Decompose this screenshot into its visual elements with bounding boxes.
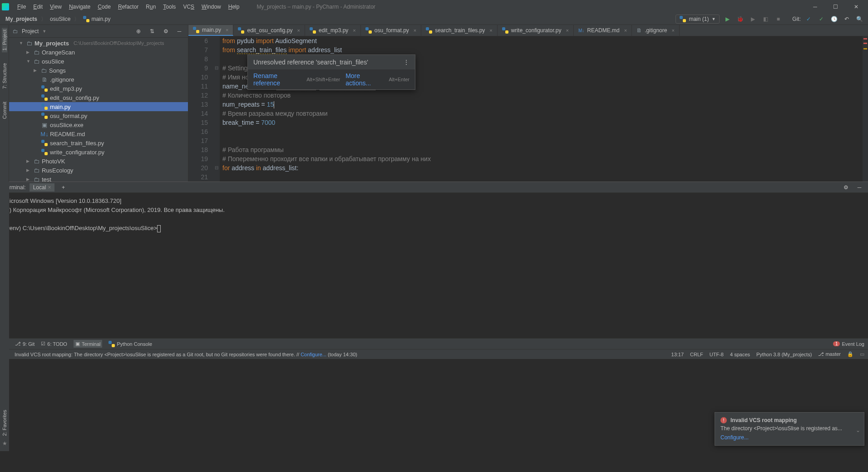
tree-file-main[interactable]: main.py <box>9 102 188 111</box>
vcs-update-button[interactable]: ✓ <box>804 14 814 24</box>
editor-tab[interactable]: M↓README.md× <box>574 25 632 36</box>
more-icon[interactable]: ⋮ <box>403 59 409 66</box>
terminal-output[interactable]: Microsoft Windows [Version 10.0.18363.72… <box>0 193 868 338</box>
stop-button[interactable]: ■ <box>773 14 783 24</box>
fold-gutter[interactable]: ⊟⊟ <box>213 36 220 182</box>
tool-window-terminal[interactable]: ▣Terminal <box>74 340 103 348</box>
tree-file-gitignore[interactable]: 🗎 .gitignore <box>9 75 188 84</box>
vcs-rollback-button[interactable]: ↶ <box>842 14 852 24</box>
new-terminal-button[interactable]: + <box>58 182 68 192</box>
chevron-down-icon[interactable]: ⌄ <box>856 427 860 433</box>
editor-tab[interactable]: search_train_files.py× <box>421 25 498 36</box>
close-icon[interactable]: × <box>489 28 492 33</box>
project-tree[interactable]: ▼ 🗀 My_projects C:\Users\BookinOff\Deskt… <box>9 38 188 182</box>
tool-window-structure[interactable]: 7: Structure <box>2 61 7 91</box>
close-icon[interactable]: × <box>297 28 300 33</box>
close-icon[interactable]: × <box>353 28 355 33</box>
tree-file-edit-osu[interactable]: edit_osu_config.py <box>9 93 188 102</box>
close-icon[interactable]: × <box>414 28 416 33</box>
breadcrumb-folder[interactable]: osuSlice <box>48 15 72 23</box>
notification-configure-link[interactable]: Configure... <box>720 434 858 441</box>
debug-button[interactable]: 🐞 <box>735 14 745 24</box>
profile-button[interactable]: ◧ <box>760 14 770 24</box>
tree-folder-osuslice[interactable]: ▼ 🗀 osuSlice <box>9 57 188 66</box>
tree-root[interactable]: ▼ 🗀 My_projects C:\Users\BookinOff\Deskt… <box>9 39 188 48</box>
tool-window-python-console[interactable]: Python Console <box>108 341 152 347</box>
editor-tab[interactable]: write_configurator.py× <box>498 25 574 36</box>
tree-file-write-conf[interactable]: write_configurator.py <box>9 148 188 157</box>
menu-code[interactable]: Code <box>94 0 114 14</box>
terminal-settings-button[interactable]: ⚙ <box>841 182 851 192</box>
line-separator[interactable]: CRLF <box>690 352 703 357</box>
maximize-button[interactable]: ☐ <box>825 0 846 14</box>
close-icon[interactable]: × <box>48 184 51 191</box>
project-panel-title[interactable]: Project <box>22 28 39 34</box>
editor-body[interactable]: 6789101112131415161718192021 ⊟⊟ from pyd… <box>188 36 868 182</box>
event-log-button[interactable]: 1 Event Log <box>833 341 864 347</box>
memory-indicator[interactable]: ▭ <box>860 351 864 357</box>
chevron-down-icon[interactable]: ▼ <box>42 29 46 34</box>
menu-navigate[interactable]: Navigate <box>65 0 94 14</box>
tool-window-favorites[interactable]: 2: Favorites <box>0 408 9 438</box>
git-branch[interactable]: ⎇ master <box>818 351 841 357</box>
interpreter-info[interactable]: Python 3.8 (My_projects) <box>756 352 812 357</box>
editor-tab[interactable]: osu_format.py× <box>361 25 421 36</box>
run-config-selector[interactable]: main (1) ▼ <box>676 15 720 24</box>
menu-help[interactable]: Help <box>225 0 243 14</box>
tool-window-project[interactable]: 1: Project <box>2 28 7 52</box>
vcs-commit-button[interactable]: ✓ <box>816 14 826 24</box>
close-button[interactable]: ✕ <box>846 0 866 14</box>
menu-refactor[interactable]: Refactor <box>114 0 142 14</box>
tree-file-edit-mp3[interactable]: edit_mp3.py <box>9 84 188 93</box>
tree-folder-orangescan[interactable]: ▶ 🗀 OrangeScan <box>9 48 188 57</box>
indent-info[interactable]: 4 spaces <box>730 352 750 357</box>
file-encoding[interactable]: UTF-8 <box>710 352 724 357</box>
editor-tab[interactable]: main.py× <box>188 25 233 36</box>
editor-tab[interactable]: 🗎.gitignore× <box>632 25 680 36</box>
tree-folder-songs[interactable]: ▶ 🗀 Songs <box>9 66 188 75</box>
terminal-hide-button[interactable]: ─ <box>854 182 864 192</box>
menu-run[interactable]: Run <box>142 0 159 14</box>
tree-file-osu-format[interactable]: osu_format.py <box>9 111 188 120</box>
terminal-tab-local[interactable]: Local × <box>30 183 55 192</box>
lock-icon[interactable]: 🔒 <box>847 351 853 357</box>
tool-window-todo[interactable]: ☑6: TODO <box>41 341 67 347</box>
tree-file-search-train[interactable]: search_train_files.py <box>9 138 188 148</box>
status-configure-link[interactable]: Configure... <box>301 352 326 357</box>
close-icon[interactable]: × <box>624 28 627 33</box>
caret-position[interactable]: 13:17 <box>671 352 684 357</box>
settings-button[interactable]: ⚙ <box>161 26 171 36</box>
menu-window[interactable]: Window <box>198 0 225 14</box>
menu-file[interactable]: File <box>14 0 30 14</box>
warning-marker[interactable] <box>863 48 867 49</box>
minimize-button[interactable]: ─ <box>805 0 825 14</box>
expand-all-button[interactable]: ⇅ <box>147 26 157 36</box>
search-everywhere-button[interactable]: 🔍 <box>854 14 864 24</box>
close-icon[interactable]: × <box>671 28 674 33</box>
close-icon[interactable]: × <box>566 28 569 33</box>
more-actions[interactable]: More actions... <box>345 72 383 87</box>
close-icon[interactable]: × <box>226 27 228 33</box>
tree-folder-photovk[interactable]: ▶ 🗀 PhotoVK <box>9 157 188 166</box>
hide-button[interactable]: ─ <box>174 26 184 36</box>
breadcrumb-root[interactable]: My_projects <box>4 15 39 23</box>
tree-folder-test[interactable]: ▶ 🗀 test <box>9 175 188 182</box>
menu-view[interactable]: View <box>46 0 65 14</box>
tool-window-commit[interactable]: Commit <box>2 100 7 121</box>
run-button[interactable]: ▶ <box>722 14 732 24</box>
menu-edit[interactable]: Edit <box>30 0 46 14</box>
tool-window-git[interactable]: ⎇9: Git <box>15 341 35 347</box>
tree-file-readme[interactable]: M↓ README.md <box>9 129 188 138</box>
error-stripe[interactable] <box>863 36 868 182</box>
locate-button[interactable]: ⊕ <box>133 26 143 36</box>
menu-tools[interactable]: Tools <box>159 0 179 14</box>
breadcrumb-file[interactable]: main.py <box>81 15 112 23</box>
rename-reference-action[interactable]: Rename reference <box>253 72 301 87</box>
tree-file-osuslice-exe[interactable]: ▣ osuSlice.exe <box>9 120 188 129</box>
editor-tab[interactable]: edit_mp3.py× <box>305 25 361 36</box>
line-gutter[interactable]: 6789101112131415161718192021 <box>188 36 213 182</box>
run-coverage-button[interactable]: ▶ <box>748 14 758 24</box>
star-icon[interactable]: ★ <box>0 440 9 447</box>
menu-vcs[interactable]: VCS <box>179 0 198 14</box>
editor-tab[interactable]: edit_osu_config.py× <box>233 25 305 36</box>
